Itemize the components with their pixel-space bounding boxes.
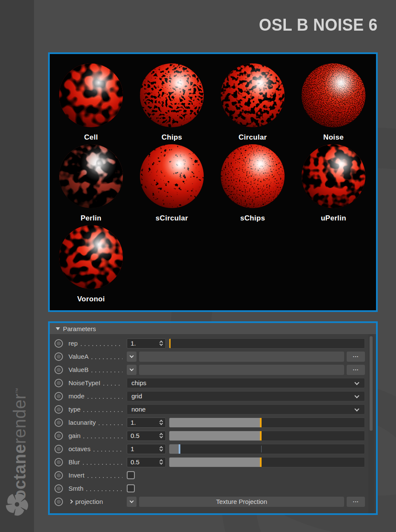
- sphere-voronoi-preview: [59, 225, 123, 289]
- param-label: Blur: [68, 458, 80, 466]
- param-label: rep: [68, 340, 78, 347]
- sphere-label: sChips: [240, 214, 265, 223]
- node-connector[interactable]: [54, 484, 63, 493]
- valuea-link-field[interactable]: [139, 352, 344, 362]
- node-connector[interactable]: [54, 339, 63, 348]
- node-connector[interactable]: [54, 418, 63, 427]
- param-label: Smth: [68, 485, 83, 492]
- swatch-cell: uPerlin: [293, 144, 374, 225]
- spinner-arrows-icon[interactable]: [160, 420, 162, 425]
- swatch-cell: sChips: [212, 144, 293, 225]
- projection-more-button[interactable]: ...: [347, 497, 365, 507]
- valueb-link-field[interactable]: [139, 365, 344, 375]
- node-connector[interactable]: [54, 352, 63, 361]
- type-dropdown[interactable]: none: [127, 404, 365, 415]
- swatch-cell: Cell: [51, 63, 131, 144]
- param-label: ValueA: [68, 353, 88, 360]
- scrollbar-thumb[interactable]: [370, 336, 373, 431]
- gain-value[interactable]: 0.5: [127, 432, 160, 439]
- node-connector[interactable]: [54, 405, 63, 414]
- lacunarity-value[interactable]: 1.: [127, 419, 160, 426]
- noise-preview-panel: Cell Chips: [48, 52, 378, 312]
- specular-highlight: [59, 63, 123, 127]
- collapse-triangle-icon[interactable]: [56, 327, 60, 330]
- param-row-noisetype: NoiseTypeI chips: [50, 376, 365, 389]
- texture-projection-button[interactable]: Texture Projection: [139, 497, 344, 507]
- smth-checkbox[interactable]: [127, 484, 135, 492]
- page-title: OSL B NOISE 6: [259, 15, 378, 34]
- chevron-down-icon: [354, 406, 359, 411]
- octaves-spinner[interactable]: 1: [127, 444, 166, 454]
- octaves-value[interactable]: 1: [127, 445, 160, 452]
- node-connector[interactable]: [54, 458, 63, 466]
- blur-value[interactable]: 0.5: [127, 458, 160, 466]
- sphere-label: uPerlin: [321, 214, 346, 223]
- param-label: gain: [68, 432, 80, 439]
- specular-highlight: [221, 144, 285, 208]
- valuea-node-dropdown-button[interactable]: [127, 352, 137, 362]
- lacunarity-spinner[interactable]: 1.: [127, 418, 166, 428]
- spinner-arrows-icon[interactable]: [160, 340, 162, 346]
- node-connector[interactable]: [54, 471, 63, 480]
- sphere-label: Cell: [84, 133, 98, 142]
- valueb-more-button[interactable]: ...: [347, 365, 365, 375]
- dot-leader: [83, 464, 123, 465]
- node-connector[interactable]: [54, 379, 63, 387]
- noisetype-dropdown[interactable]: chips: [127, 378, 365, 388]
- projection-node-dropdown-button[interactable]: [127, 497, 137, 507]
- param-label: ValueB: [68, 366, 88, 373]
- rep-value[interactable]: 1.: [127, 340, 160, 347]
- scrollbar-track[interactable]: [368, 334, 374, 513]
- param-row-lacunarity: lacunarity 1.: [50, 416, 365, 429]
- chevron-down-icon: [130, 367, 134, 371]
- spinner-arrows-icon[interactable]: [160, 459, 162, 465]
- sphere-circular-preview: [221, 63, 285, 127]
- dot-leader: [83, 411, 123, 412]
- node-connector[interactable]: [54, 366, 63, 374]
- node-connector[interactable]: [54, 445, 63, 453]
- parameters-header[interactable]: Parameters: [50, 323, 376, 334]
- node-connector[interactable]: [54, 498, 63, 506]
- slider-fill: [169, 431, 261, 440]
- swatch-cell: Perlin: [51, 144, 131, 225]
- expand-chevron-right-icon[interactable]: [69, 500, 73, 504]
- gain-slider[interactable]: [169, 431, 365, 441]
- swatch-cell: sCircular: [131, 144, 212, 225]
- valueb-node-dropdown-button[interactable]: [127, 365, 137, 375]
- param-row-projection: projection Texture Projection ...: [50, 495, 365, 508]
- sphere-row-2: Perlin sCircular: [51, 144, 376, 225]
- rep-slider[interactable]: [169, 338, 365, 349]
- node-connector[interactable]: [54, 392, 63, 400]
- sphere-perlin-preview: [59, 144, 123, 208]
- sphere-row-3: Voronoi: [51, 225, 376, 306]
- valuea-more-button[interactable]: ...: [347, 352, 365, 362]
- mode-dropdown[interactable]: grid: [127, 391, 365, 401]
- param-row-blur: Blur 0.5: [50, 455, 365, 469]
- octaves-slider[interactable]: [169, 444, 365, 454]
- chevron-down-icon: [130, 499, 134, 503]
- swatch-cell: Noise: [293, 63, 374, 144]
- node-connector[interactable]: [54, 432, 63, 440]
- sphere-chips-preview: [140, 63, 204, 127]
- lacunarity-slider[interactable]: [169, 418, 365, 428]
- rep-spinner[interactable]: 1.: [127, 338, 166, 349]
- spinner-arrows-icon[interactable]: [160, 446, 162, 452]
- dot-leader: [94, 451, 123, 452]
- slider-tick: [261, 446, 262, 452]
- gain-spinner[interactable]: 0.5: [127, 431, 166, 441]
- octane-pinwheel-logo-icon: [3, 490, 31, 518]
- trademark-symbol: ™: [14, 388, 21, 394]
- blur-spinner[interactable]: 0.5: [127, 457, 166, 467]
- specular-highlight: [140, 63, 204, 127]
- invert-checkbox[interactable]: [127, 471, 135, 479]
- slider-fill: [169, 444, 180, 454]
- sphere-scircular-preview: [140, 144, 204, 208]
- spinner-arrows-icon[interactable]: [160, 433, 162, 438]
- dot-leader: [81, 345, 123, 346]
- blur-slider[interactable]: [169, 457, 365, 467]
- brand-sidebar: octanerender™: [0, 0, 34, 532]
- dot-leader: [106, 503, 123, 504]
- parameter-rows: rep 1. ValueA ...: [50, 334, 376, 508]
- dot-leader: [99, 424, 123, 425]
- swatch-cell: Chips: [131, 63, 212, 144]
